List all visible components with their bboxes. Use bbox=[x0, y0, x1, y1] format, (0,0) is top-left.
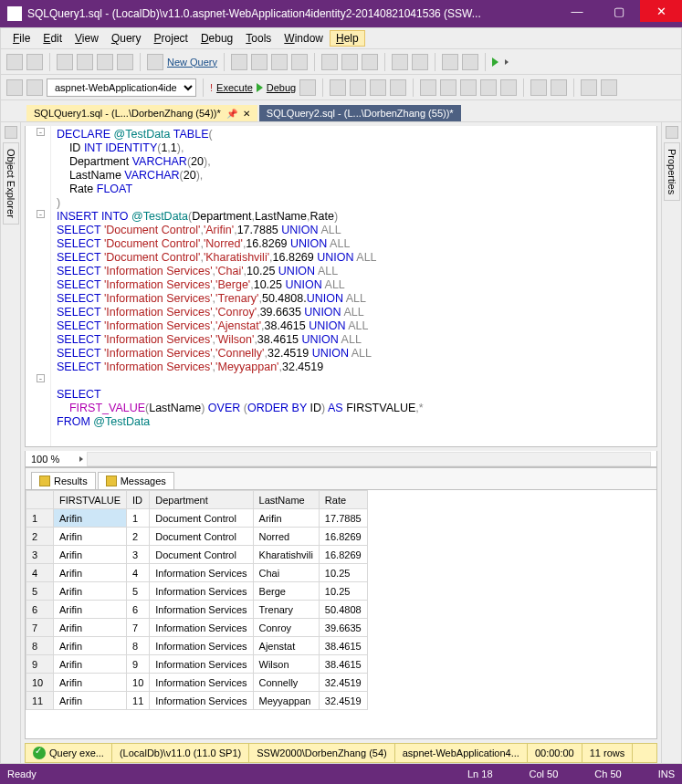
doc-tab[interactable]: SQLQuery1.sql - (L...\DorbenZhang (54))*… bbox=[26, 105, 257, 121]
g5-icon[interactable] bbox=[500, 79, 517, 96]
menu-window[interactable]: Window bbox=[278, 30, 330, 47]
cell: Document Control bbox=[150, 528, 253, 546]
uncomment-icon[interactable] bbox=[601, 79, 617, 96]
save-all-icon[interactable] bbox=[117, 54, 133, 70]
zoom-dropdown-icon[interactable] bbox=[79, 456, 83, 462]
debug-icon[interactable] bbox=[257, 83, 263, 92]
g4-icon[interactable] bbox=[480, 79, 497, 96]
results-grid[interactable]: FIRSTVALUEIDDepartmentLastNameRate1Arifi… bbox=[26, 490, 656, 738]
menu-file[interactable]: File bbox=[6, 30, 37, 47]
database-dropdown[interactable]: aspnet-WebApplication4ide bbox=[47, 78, 196, 97]
pin-icon[interactable]: 📌 bbox=[226, 109, 237, 119]
results-tab-messages[interactable]: Messages bbox=[98, 472, 174, 489]
col-header[interactable]: LastName bbox=[253, 491, 319, 509]
copy-icon[interactable] bbox=[341, 54, 358, 70]
table-row[interactable]: 2Arifin2Document ControlNorred16.8269 bbox=[26, 528, 368, 546]
menu-query[interactable]: Query bbox=[105, 30, 148, 47]
connect-icon[interactable] bbox=[6, 79, 23, 96]
col-header[interactable]: FIRSTVALUE bbox=[54, 491, 127, 509]
cut-icon[interactable] bbox=[321, 54, 338, 70]
open-icon[interactable] bbox=[77, 54, 93, 70]
indent-icon[interactable] bbox=[530, 79, 547, 96]
results-tab-results[interactable]: Results bbox=[31, 472, 96, 489]
table-row[interactable]: 10Arifin10Information ServicesConnelly32… bbox=[26, 674, 368, 692]
execute-label[interactable]: Execute bbox=[216, 82, 253, 93]
cell: 1 bbox=[26, 509, 54, 528]
g2-icon[interactable] bbox=[440, 79, 456, 96]
change-conn-icon[interactable] bbox=[26, 79, 43, 96]
tbtn-misc[interactable] bbox=[462, 54, 478, 70]
table-row[interactable]: 6Arifin6Information ServicesTrenary50.48… bbox=[26, 601, 368, 619]
db-icon[interactable] bbox=[231, 54, 247, 70]
run-icon[interactable] bbox=[492, 57, 498, 67]
find-icon[interactable] bbox=[442, 54, 458, 70]
minimize-button[interactable]: — bbox=[556, 0, 598, 22]
left-sidebar[interactable]: Object Explorer bbox=[1, 122, 21, 763]
table-row[interactable]: 5Arifin5Information ServicesBerge10.25 bbox=[26, 582, 368, 601]
right-sidebar[interactable]: Properties bbox=[661, 122, 681, 763]
cell: 10 bbox=[127, 674, 150, 692]
table-row[interactable]: 8Arifin8Information ServicesAjenstat38.4… bbox=[26, 637, 368, 655]
col-header[interactable]: Department bbox=[150, 491, 253, 509]
table-row[interactable]: 3Arifin3Document ControlKharatishvili16.… bbox=[26, 546, 368, 564]
comment-icon[interactable] bbox=[581, 79, 597, 96]
undo-icon[interactable] bbox=[392, 54, 408, 70]
forward-icon[interactable] bbox=[26, 54, 43, 70]
object-explorer-icon[interactable] bbox=[5, 126, 17, 139]
g3-icon[interactable] bbox=[460, 79, 477, 96]
col-header[interactable] bbox=[26, 491, 54, 509]
cell: Arifin bbox=[253, 509, 319, 528]
menu-project[interactable]: Project bbox=[148, 30, 194, 47]
menu-debug[interactable]: Debug bbox=[194, 30, 239, 47]
table-row[interactable]: 11Arifin11Information ServicesMeyyappan3… bbox=[26, 692, 368, 710]
db-icon3[interactable] bbox=[271, 54, 288, 70]
status-ready: Ready bbox=[7, 768, 37, 779]
redo-icon[interactable] bbox=[412, 54, 428, 70]
fold-icon[interactable]: - bbox=[37, 374, 45, 382]
g1-icon[interactable] bbox=[420, 79, 436, 96]
table-row[interactable]: 1Arifin1Document ControlArifin17.7885 bbox=[26, 509, 368, 528]
db-icon2[interactable] bbox=[251, 54, 268, 70]
db-icon4[interactable] bbox=[291, 54, 308, 70]
zoom-input[interactable] bbox=[31, 454, 73, 465]
new-project-icon[interactable] bbox=[57, 54, 73, 70]
new-query-label[interactable]: New Query bbox=[167, 57, 217, 68]
table-row[interactable]: 4Arifin4Information ServicesChai10.25 bbox=[26, 564, 368, 582]
outdent-icon[interactable] bbox=[551, 79, 567, 96]
col-header[interactable]: ID bbox=[127, 491, 150, 509]
cell: 3 bbox=[26, 546, 54, 564]
plan-icon[interactable] bbox=[350, 79, 366, 96]
back-icon[interactable] bbox=[6, 54, 23, 70]
fold-icon[interactable]: - bbox=[37, 128, 45, 136]
execute-icon[interactable]: ! bbox=[210, 82, 213, 93]
status-segment: 00:00:00 bbox=[528, 744, 582, 762]
menu-view[interactable]: View bbox=[68, 30, 105, 47]
new-query-icon[interactable] bbox=[147, 54, 163, 70]
opts-icon[interactable] bbox=[370, 79, 386, 96]
table-row[interactable]: 7Arifin7Information ServicesConroy39.663… bbox=[26, 619, 368, 637]
paste-icon[interactable] bbox=[362, 54, 378, 70]
cell: Information Services bbox=[150, 692, 253, 710]
opts2-icon[interactable] bbox=[390, 79, 406, 96]
properties-icon[interactable] bbox=[666, 126, 678, 139]
close-button[interactable]: ✕ bbox=[640, 0, 682, 22]
maximize-button[interactable]: ▢ bbox=[598, 0, 640, 22]
menu-edit[interactable]: Edit bbox=[37, 30, 68, 47]
cell: Information Services bbox=[150, 637, 253, 655]
doc-tab[interactable]: SQLQuery2.sql - (L...\DorbenZhang (55))* bbox=[259, 105, 461, 121]
stop-icon[interactable] bbox=[299, 79, 316, 96]
h-scrollbar[interactable] bbox=[87, 452, 651, 466]
close-tab-icon[interactable]: ✕ bbox=[243, 109, 250, 119]
menu-help[interactable]: Help bbox=[330, 30, 365, 47]
save-icon[interactable] bbox=[97, 54, 113, 70]
debug-label[interactable]: Debug bbox=[267, 82, 296, 93]
parse-icon[interactable] bbox=[330, 79, 346, 96]
cell: Trenary bbox=[253, 601, 319, 619]
fold-icon[interactable]: - bbox=[37, 210, 45, 218]
code-editor[interactable]: -DECLARE @TestData TABLE( ID INT IDENTIT… bbox=[25, 126, 657, 447]
object-explorer-tab[interactable]: Object Explorer bbox=[3, 142, 19, 225]
properties-tab[interactable]: Properties bbox=[664, 142, 680, 201]
col-header[interactable]: Rate bbox=[319, 491, 367, 509]
table-row[interactable]: 9Arifin9Information ServicesWilson38.461… bbox=[26, 655, 368, 674]
menu-tools[interactable]: Tools bbox=[239, 30, 278, 47]
